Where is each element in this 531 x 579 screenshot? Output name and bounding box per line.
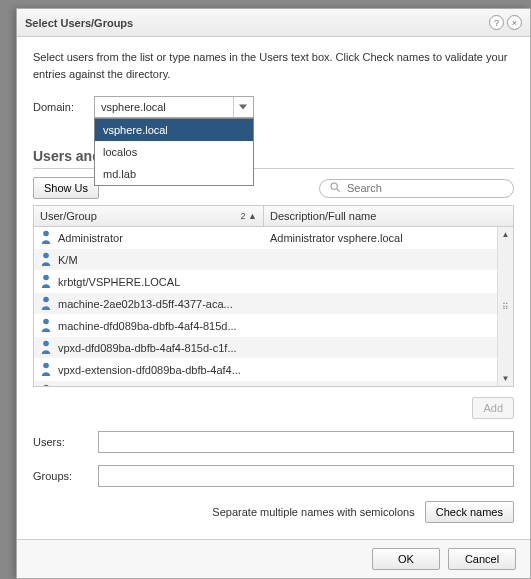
table-row[interactable]: vpxd-extension-dfd089ba-dbfb-4af4... [34, 359, 497, 381]
chevron-down-icon [233, 97, 247, 117]
column-header-desc[interactable]: Description/Full name [264, 206, 513, 226]
add-row: Add [33, 397, 514, 419]
cell-user: vsphere-webclient-2ae02b13-d5ff... [34, 384, 264, 387]
svg-point-2 [43, 230, 49, 236]
groups-field-row: Groups: [33, 465, 514, 487]
sort-indicator: 2 ▲ [241, 211, 257, 221]
instruction-text: Select users from the list or type names… [33, 49, 514, 82]
user-icon [40, 318, 52, 334]
svg-point-0 [331, 183, 337, 189]
scroll-up-icon[interactable]: ▲ [502, 230, 510, 239]
table-row[interactable]: vsphere-webclient-2ae02b13-d5ff... [34, 381, 497, 386]
cell-user: krbtgt/VSPHERE.LOCAL [34, 274, 264, 290]
domain-label: Domain: [33, 101, 88, 113]
table-row[interactable]: K/M [34, 249, 497, 271]
cell-user-text: vpxd-extension-dfd089ba-dbfb-4af4... [58, 364, 241, 376]
cell-user: vpxd-extension-dfd089ba-dbfb-4af4... [34, 362, 264, 378]
cell-user-text: machine-dfd089ba-dbfb-4af4-815d... [58, 320, 237, 332]
domain-dropdown: vsphere.local localos md.lab [94, 118, 254, 186]
scroll-down-icon[interactable]: ▼ [502, 374, 510, 383]
cell-user-text: vpxd-dfd089ba-dbfb-4af4-815d-c1f... [58, 342, 237, 354]
column-header-user[interactable]: User/Group 2 ▲ [34, 206, 264, 226]
cell-user-text: machine-2ae02b13-d5ff-4377-aca... [58, 298, 233, 310]
user-icon [40, 340, 52, 356]
titlebar: Select Users/Groups ? × [17, 9, 530, 37]
cell-user-text: krbtgt/VSPHERE.LOCAL [58, 276, 180, 288]
users-field-row: Users: [33, 431, 514, 453]
svg-point-8 [43, 362, 49, 368]
svg-point-3 [43, 252, 49, 258]
users-table: User/Group 2 ▲ Description/Full name Adm… [33, 205, 514, 387]
help-icon[interactable]: ? [489, 15, 504, 30]
svg-point-7 [43, 340, 49, 346]
column-header-user-label: User/Group [40, 210, 97, 222]
cell-user-text: Administrator [58, 232, 123, 244]
add-button[interactable]: Add [472, 397, 514, 419]
users-label: Users: [33, 436, 88, 448]
user-icon [40, 274, 52, 290]
dialog-footer: OK Cancel [17, 539, 530, 578]
domain-option[interactable]: vsphere.local [95, 119, 253, 141]
titlebar-actions: ? × [489, 15, 522, 30]
dialog-title: Select Users/Groups [25, 17, 133, 29]
domain-row: Domain: vsphere.local vsphere.local loca… [33, 96, 514, 118]
table-row[interactable]: machine-2ae02b13-d5ff-4377-aca... [34, 293, 497, 315]
svg-point-4 [43, 274, 49, 280]
cell-user: vpxd-dfd089ba-dbfb-4af4-815d-c1f... [34, 340, 264, 356]
table-row[interactable]: vpxd-dfd089ba-dbfb-4af4-815d-c1f... [34, 337, 497, 359]
search-icon [330, 182, 341, 195]
groups-input[interactable] [98, 465, 514, 487]
scrollbar[interactable]: ▲ ⠿ ▼ [497, 227, 513, 386]
svg-point-6 [43, 318, 49, 324]
table-head: User/Group 2 ▲ Description/Full name [34, 206, 513, 227]
domain-select-box[interactable]: vsphere.local [94, 96, 254, 118]
svg-line-1 [337, 188, 340, 191]
table-body: AdministratorAdministrator vsphere.local… [34, 227, 513, 386]
cell-user: K/M [34, 252, 264, 268]
cancel-button[interactable]: Cancel [448, 548, 516, 570]
svg-point-5 [43, 296, 49, 302]
users-input[interactable] [98, 431, 514, 453]
hint-text: Separate multiple names with semicolons [212, 506, 414, 518]
groups-label: Groups: [33, 470, 88, 482]
dialog-content: Select users from the list or type names… [17, 37, 530, 539]
column-header-desc-label: Description/Full name [270, 210, 376, 222]
cell-user-text: K/M [58, 254, 78, 266]
domain-option[interactable]: md.lab [95, 163, 253, 185]
check-names-button[interactable]: Check names [425, 501, 514, 523]
user-icon [40, 384, 52, 387]
user-icon [40, 252, 52, 268]
domain-select-value: vsphere.local [101, 101, 166, 113]
user-icon [40, 362, 52, 378]
cell-user: Administrator [34, 230, 264, 246]
select-users-dialog: Select Users/Groups ? × Select users fro… [16, 8, 531, 579]
search-box[interactable] [319, 179, 514, 198]
user-icon [40, 230, 52, 246]
cell-user: machine-dfd089ba-dbfb-4af4-815d... [34, 318, 264, 334]
show-users-button[interactable]: Show Us [33, 177, 99, 199]
domain-select[interactable]: vsphere.local vsphere.local localos md.l… [94, 96, 254, 118]
search-input[interactable] [347, 182, 503, 194]
cell-desc: Administrator vsphere.local [264, 232, 497, 244]
table-row[interactable]: AdministratorAdministrator vsphere.local [34, 227, 497, 249]
close-icon[interactable]: × [507, 15, 522, 30]
user-icon [40, 296, 52, 312]
svg-point-9 [43, 384, 49, 386]
table-row[interactable]: machine-dfd089ba-dbfb-4af4-815d... [34, 315, 497, 337]
table-row[interactable]: krbtgt/VSPHERE.LOCAL [34, 271, 497, 293]
domain-option[interactable]: localos [95, 141, 253, 163]
scroll-grip-icon[interactable]: ⠿ [502, 302, 509, 312]
rows-container: AdministratorAdministrator vsphere.local… [34, 227, 497, 386]
hint-row: Separate multiple names with semicolons … [33, 501, 514, 523]
cell-user-text: vsphere-webclient-2ae02b13-d5ff... [58, 386, 230, 387]
cell-user: machine-2ae02b13-d5ff-4377-aca... [34, 296, 264, 312]
ok-button[interactable]: OK [372, 548, 440, 570]
